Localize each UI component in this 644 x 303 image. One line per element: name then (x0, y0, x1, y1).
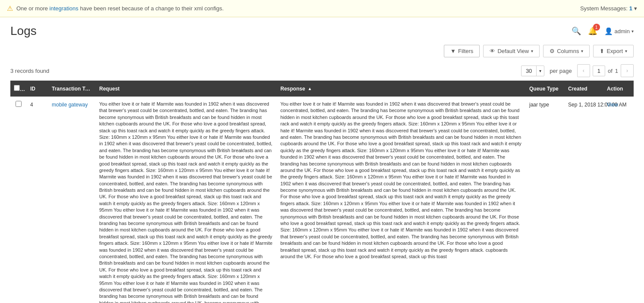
records-count: 3 records found (10, 68, 49, 74)
table-row: 4 mobile gateway You either love it or h… (10, 97, 634, 303)
admin-label: admin (615, 28, 630, 34)
default-view-label: Default View (497, 48, 529, 54)
default-view-chevron: ▾ (531, 49, 533, 53)
th-response-label: Response (280, 86, 305, 92)
columns-chevron: ▾ (581, 49, 583, 53)
page-header: Logs 🔍 🔔 1 👤 admin ▾ (0, 17, 644, 41)
export-icon: ⬆ (600, 48, 604, 54)
gear-icon: ⚙ (550, 48, 555, 54)
export-button[interactable]: ⬆ Export ▾ (593, 45, 634, 57)
th-checkbox[interactable]: ▾ (10, 81, 27, 97)
page-of-label: of (608, 68, 613, 74)
user-icon: 👤 (604, 27, 613, 35)
th-created-label: Created (568, 86, 587, 92)
integrations-link[interactable]: integrations (50, 5, 79, 12)
logs-table: ▾ ID Transaction Type Request Response ▲ (10, 81, 634, 303)
row-checkbox-cell[interactable] (10, 97, 27, 303)
per-page-dropdown-arrow[interactable]: ▾ (537, 67, 544, 75)
filters-label: Filters (458, 48, 473, 54)
eye-icon: 👁 (490, 48, 495, 54)
row-id: 4 (27, 97, 48, 303)
system-messages-label: System Messages: (580, 5, 628, 12)
table-container: ▾ ID Transaction Type Request Response ▲ (0, 81, 644, 303)
per-page-number: 30 (521, 66, 537, 76)
th-action[interactable]: Action (603, 81, 634, 97)
default-view-button[interactable]: 👁 Default View ▾ (483, 45, 540, 57)
warning-left: ⚠ One or more integrations have been res… (7, 4, 224, 12)
filters-button[interactable]: ▼ Filters (444, 45, 480, 57)
admin-menu[interactable]: 👤 admin ▾ (604, 27, 634, 35)
header-actions: 🔍 🔔 1 👤 admin ▾ (572, 26, 634, 36)
th-transaction-label: Transaction Type (52, 86, 94, 92)
th-id[interactable]: ID (27, 81, 48, 97)
current-page: 1 (593, 66, 605, 76)
th-request-label: Request (99, 86, 119, 92)
page-title: Logs (10, 24, 37, 38)
per-page-label: per page (550, 68, 572, 74)
response-sort: Response ▲ (280, 86, 522, 92)
system-messages-chevron[interactable]: ▾ (634, 5, 637, 12)
export-chevron: ▾ (625, 49, 627, 53)
th-id-label: ID (30, 86, 35, 92)
view-link[interactable]: View (607, 102, 618, 108)
notifications-icon[interactable]: 🔔 1 (588, 26, 597, 36)
columns-button[interactable]: ⚙ Columns ▾ (543, 45, 590, 57)
records-row: 3 records found 30 ▾ per page ‹ 1 of 1 › (0, 61, 644, 81)
table-header-row: ▾ ID Transaction Type Request Response ▲ (10, 81, 634, 97)
search-icon[interactable]: 🔍 (572, 26, 581, 36)
th-request[interactable]: Request (96, 81, 277, 97)
admin-chevron: ▾ (631, 29, 634, 34)
row-action: View (603, 97, 634, 303)
row-queue-type: jaar type (526, 97, 565, 303)
toolbar: ▼ Filters 👁 Default View ▾ ⚙ Columns ▾ ⬆… (0, 41, 644, 61)
th-created[interactable]: Created (565, 81, 603, 97)
filter-icon: ▼ (450, 48, 456, 54)
system-messages: System Messages: 1 ▾ (580, 5, 637, 12)
total-pages: 1 (615, 68, 618, 74)
select-all-checkbox[interactable] (14, 85, 20, 91)
row-transaction-type: mobile gateway (48, 97, 96, 303)
th-response[interactable]: Response ▲ (277, 81, 526, 97)
per-page-select[interactable]: 30 ▾ (521, 66, 544, 76)
warning-icon: ⚠ (7, 4, 13, 12)
prev-page-button[interactable]: ‹ (577, 64, 590, 77)
row-response: You either love it or hate it! Marmite w… (277, 97, 526, 303)
columns-label: Columns (557, 48, 579, 54)
notifications-badge: 1 (593, 24, 600, 31)
pagination: 30 ▾ per page ‹ 1 of 1 › (521, 64, 634, 77)
system-messages-count: 1 (629, 5, 632, 12)
th-action-label: Action (607, 86, 623, 92)
warning-text: One or more integrations have been reset… (16, 5, 224, 12)
row-request: You either love it or hate it! Marmite w… (96, 97, 277, 303)
transaction-type-link[interactable]: mobile gateway (52, 102, 88, 108)
row-checkbox[interactable] (16, 101, 22, 107)
th-transaction-type[interactable]: Transaction Type (48, 81, 96, 97)
table-body: 4 mobile gateway You either love it or h… (10, 97, 634, 303)
th-queue-label: Queue Type (529, 86, 559, 92)
warning-banner: ⚠ One or more integrations have been res… (0, 0, 644, 17)
next-page-button[interactable]: › (621, 64, 634, 77)
row-created: Sep 1, 2018 12:00:00 AM (565, 97, 603, 303)
export-label: Export (606, 48, 623, 54)
response-sort-icon: ▲ (308, 86, 312, 91)
th-queue-type[interactable]: Queue Type (526, 81, 565, 97)
